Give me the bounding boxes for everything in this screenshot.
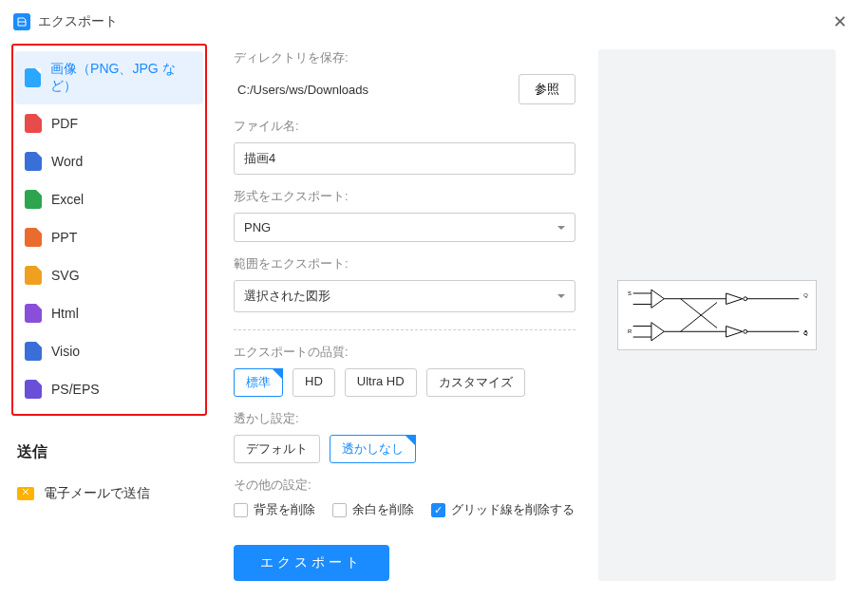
checkbox-icon	[332, 503, 347, 517]
file-icon	[25, 380, 42, 399]
mail-icon	[17, 487, 34, 500]
format-select[interactable]: PNG	[234, 213, 576, 242]
svg-line-10	[681, 299, 717, 328]
remove-grid-check[interactable]: ✓グリッド線を削除する	[431, 501, 575, 518]
file-icon	[25, 266, 42, 285]
svg-text:Q: Q	[803, 292, 808, 298]
chevron-down-icon	[557, 294, 565, 302]
svg-point-7	[744, 329, 747, 333]
format-item-8[interactable]: PS/EPS	[15, 370, 203, 408]
watermark-label: 透かし設定:	[234, 410, 576, 427]
file-icon	[25, 228, 42, 247]
file-icon	[25, 190, 42, 209]
filename-input[interactable]: 描画4	[234, 142, 576, 175]
other-label: その他の設定:	[234, 477, 576, 494]
remove-margin-check[interactable]: 余白を削除	[332, 501, 414, 518]
format-list: 画像（PNG、JPG など）PDFWordExcelPPTSVGHtmlVisi…	[11, 44, 207, 416]
export-button[interactable]: エクスポート	[234, 545, 389, 581]
app-icon	[13, 13, 30, 30]
checkbox-icon	[234, 503, 248, 517]
remove-bg-check[interactable]: 背景を削除	[234, 501, 315, 518]
format-item-label: SVG	[51, 268, 80, 283]
send-email-label: 電子メールで送信	[44, 485, 150, 502]
format-item-label: PS/EPS	[51, 382, 100, 397]
format-item-7[interactable]: Visio	[15, 332, 203, 370]
format-item-6[interactable]: Html	[15, 294, 203, 332]
filename-label: ファイル名:	[234, 118, 576, 135]
format-label: 形式をエクスポート:	[234, 188, 576, 205]
file-icon	[25, 342, 42, 361]
format-item-3[interactable]: Excel	[15, 180, 203, 218]
svg-point-6	[744, 297, 747, 301]
quality-カスタマイズ[interactable]: カスタマイズ	[426, 368, 525, 397]
quality-Ultra HD[interactable]: Ultra HD	[345, 368, 417, 397]
directory-label: ディレクトリを保存:	[234, 49, 576, 66]
file-icon	[25, 114, 42, 133]
watermark-1[interactable]: 透かしなし	[330, 435, 416, 463]
quality-label: エクスポートの品質:	[234, 344, 576, 361]
titlebar: エクスポート ✕	[0, 0, 868, 44]
quality-標準[interactable]: 標準	[234, 368, 283, 397]
format-item-label: Word	[51, 154, 83, 169]
svg-text:R: R	[628, 328, 632, 334]
format-item-label: PDF	[51, 116, 78, 131]
dialog-title: エクスポート	[38, 13, 118, 30]
format-item-label: 画像（PNG、JPG など）	[50, 61, 194, 95]
file-icon	[25, 68, 41, 87]
preview-panel: S R Q Q̄	[598, 49, 836, 581]
svg-text:S: S	[628, 290, 632, 296]
format-item-0[interactable]: 画像（PNG、JPG など）	[15, 51, 203, 104]
quality-HD[interactable]: HD	[292, 368, 335, 397]
format-item-2[interactable]: Word	[15, 142, 203, 180]
checkbox-icon: ✓	[431, 503, 445, 517]
format-item-label: PPT	[51, 230, 77, 245]
format-item-label: Excel	[51, 192, 84, 207]
separator	[234, 329, 576, 330]
format-item-1[interactable]: PDF	[15, 104, 203, 142]
chevron-down-icon	[557, 226, 565, 234]
send-email-item[interactable]: 電子メールで送信	[11, 476, 207, 512]
format-item-label: Html	[51, 306, 79, 321]
watermark-0[interactable]: デフォルト	[234, 435, 320, 463]
file-icon	[25, 152, 42, 171]
range-label: 範囲をエクスポート:	[234, 255, 576, 272]
svg-line-11	[681, 303, 717, 332]
sidebar: 画像（PNG、JPG など）PDFWordExcelPPTSVGHtmlVisi…	[11, 44, 207, 581]
close-button[interactable]: ✕	[825, 8, 855, 36]
preview-image: S R Q Q̄	[617, 280, 817, 350]
form-column: ディレクトリを保存: C:/Users/ws/Downloads 参照 ファイル…	[234, 44, 576, 581]
format-item-4[interactable]: PPT	[15, 218, 203, 256]
format-item-5[interactable]: SVG	[15, 256, 203, 294]
range-select[interactable]: 選択された図形	[234, 280, 576, 312]
format-item-label: Visio	[51, 344, 80, 359]
file-icon	[25, 304, 42, 323]
svg-text:Q̄: Q̄	[803, 330, 808, 336]
browse-button[interactable]: 参照	[519, 74, 576, 104]
send-heading: 送信	[17, 442, 207, 462]
directory-path: C:/Users/ws/Downloads	[234, 83, 509, 97]
